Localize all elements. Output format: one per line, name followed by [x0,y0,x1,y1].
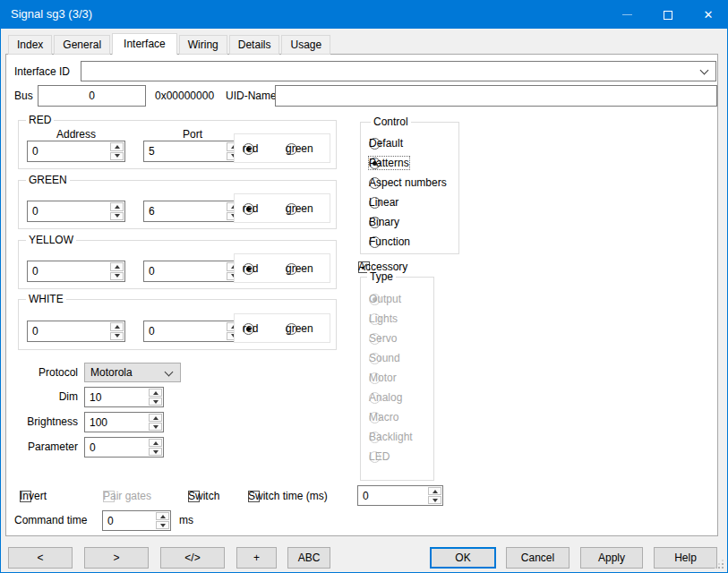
ok-button[interactable]: OK [430,547,496,569]
spin-up-button[interactable] [428,487,441,495]
spin-up-button[interactable] [149,439,162,447]
yellow-port-value: 0 [149,264,155,278]
yellow-port-input[interactable]: 0 [143,261,242,282]
control-radio-aspect-numbers[interactable]: Aspect numbers [369,175,381,190]
control-radio-binary[interactable]: Binary [369,215,381,229]
tab-interface[interactable]: Interface [112,33,177,55]
tab-details[interactable]: Details [229,35,280,55]
prev-button[interactable]: < [8,547,73,569]
white-gate-red-radio[interactable]: red [243,321,254,336]
spin-down-button[interactable] [110,152,124,161]
tab-strip: Index General Interface Wiring Details U… [8,33,332,55]
protocol-combobox[interactable]: Motorola [84,363,181,382]
uid-name-input[interactable] [275,85,717,107]
red-gate-green-radio[interactable]: green [286,141,297,156]
spin-up-button[interactable] [156,512,169,520]
green-gate-green-radio[interactable]: green [286,201,297,216]
cancel-button[interactable]: Cancel [506,547,570,569]
bus-input[interactable]: 0 [38,85,146,107]
white-gate-green-radio[interactable]: green [286,321,297,336]
control-radio-patterns[interactable]: Patterns [369,156,381,170]
port-header: Port [143,128,242,141]
resize-grip[interactable] [722,567,724,569]
next-button[interactable]: > [84,547,149,569]
abc-button[interactable]: ABC [287,547,330,569]
brightness-label: Brightness [14,415,78,428]
radio-label: green [286,142,313,155]
spin-down-button[interactable] [149,398,162,406]
brightness-input[interactable]: 100 [84,412,164,432]
arrow-down-icon [153,425,158,429]
spin-down-button[interactable] [428,496,441,504]
tab-usage[interactable]: Usage [281,35,330,55]
yellow-address-input[interactable]: 0 [27,261,125,282]
minimize-icon [622,14,632,15]
arrow-down-icon [115,154,120,158]
dim-value: 10 [90,390,101,405]
spin-down-button[interactable] [156,521,169,529]
tab-index[interactable]: Index [8,35,52,55]
chevron-down-icon [700,66,709,75]
command-time-input[interactable]: 0 [102,510,171,531]
spin-up-button[interactable] [110,202,124,211]
minimize-button[interactable] [606,1,647,29]
spin-down-button[interactable] [110,332,124,341]
dim-input[interactable]: 10 [84,387,164,407]
apply-button[interactable]: Apply [580,547,643,569]
spin-down-button[interactable] [149,423,162,431]
control-radio-default[interactable]: Default [369,136,381,150]
arrow-up-icon [115,145,120,149]
white-port-input[interactable]: 0 [143,321,242,342]
spin-up-button[interactable] [149,414,162,422]
tab-general[interactable]: General [54,35,110,55]
arrow-down-icon [433,499,438,502]
parameter-input[interactable]: 0 [84,437,164,458]
white-address-value: 0 [32,324,39,338]
tab-wiring[interactable]: Wiring [179,35,227,55]
green-address-input[interactable]: 0 [27,201,125,222]
add-button[interactable]: + [236,547,277,569]
white-address-input[interactable]: 0 [27,321,125,342]
group-type: Type Output Lights Servo Sound Motor [360,277,434,481]
switch-time-checkbox[interactable]: Switch time (ms) [248,489,260,503]
radio-label: Linear [369,196,398,209]
spin-up-button[interactable] [110,322,124,331]
title-bar[interactable]: Signal sg3 (3/3) ✕ [1,1,727,29]
spin-up-button[interactable] [110,142,124,151]
arrow-up-icon [433,490,438,493]
group-red: RED Address Port 0 5 red green [18,120,337,169]
help-button[interactable]: Help [654,547,717,569]
control-radio-function[interactable]: Function [369,235,381,249]
red-gate-panel: red green [234,133,330,163]
interface-tab-page: Interface ID Bus 0 0x00000000 UID-Name R… [5,54,718,536]
close-button[interactable]: ✕ [689,1,728,29]
button-label: Cancel [521,552,554,564]
type-radio-lights: Lights [369,312,381,326]
yellow-gate-red-radio[interactable]: red [243,261,254,276]
spin-down-button[interactable] [149,448,162,456]
white-port-value: 0 [149,324,155,338]
spin-up-button[interactable] [149,389,162,397]
white-gate-panel: red green [234,313,330,343]
red-port-value: 5 [149,144,155,158]
group-red-title: RED [26,114,54,126]
red-port-input[interactable]: 5 [143,141,242,162]
spin-down-button[interactable] [110,272,124,281]
switch-time-input[interactable]: 0 [357,485,443,506]
radio-label: Aspect numbers [369,176,447,189]
arrow-up-icon [153,391,158,395]
green-port-input[interactable]: 6 [143,201,242,222]
spin-down-button[interactable] [110,212,124,221]
control-radio-linear[interactable]: Linear [369,195,381,210]
interface-id-combobox[interactable] [81,61,716,81]
xml-button[interactable]: </> [160,547,225,569]
red-gate-red-radio[interactable]: red [243,141,254,156]
invert-checkbox[interactable]: Invert [20,489,31,503]
green-gate-red-radio[interactable]: red [243,201,254,216]
spin-up-button[interactable] [110,262,124,271]
radio-label: green [286,262,313,275]
yellow-gate-green-radio[interactable]: green [286,261,297,276]
maximize-button[interactable] [647,1,689,29]
red-address-input[interactable]: 0 [27,141,125,162]
switch-checkbox[interactable]: Switch [188,489,200,503]
